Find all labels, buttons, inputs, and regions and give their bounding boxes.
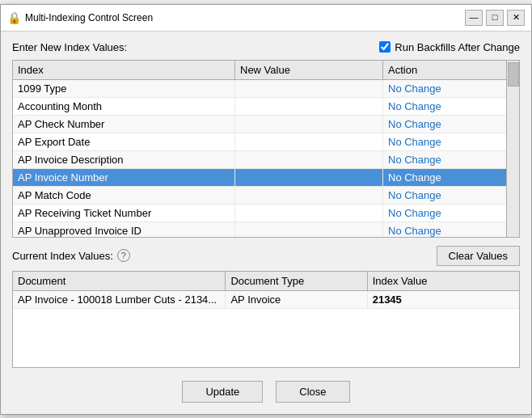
list-item[interactable]: AP Invoice - 100018 Lumber Cuts - 2134..… xyxy=(13,290,519,308)
newvalue-cell xyxy=(235,115,383,133)
clear-values-button[interactable]: Clear Values xyxy=(437,246,520,266)
index-cell: AP Unapproved Invoice ID xyxy=(13,222,235,238)
table-row[interactable]: AP Match Code No Change xyxy=(13,186,506,204)
enter-index-label: Enter New Index Values: xyxy=(12,41,127,53)
current-index-table-header: Document Document Type Index Value xyxy=(13,272,519,291)
index-cell: AP Match Code xyxy=(13,186,235,204)
col-header-indexvalue: Index Value xyxy=(367,272,519,291)
index-table-header: Index New Value Action xyxy=(13,61,506,80)
window-controls: — □ ✕ xyxy=(465,10,525,26)
table-row[interactable]: AP Receiving Ticket Number No Change xyxy=(13,204,506,222)
index-cell: AP Export Date xyxy=(13,133,235,150)
window-title: Multi-Indexing Control Screen xyxy=(25,12,460,23)
newvalue-cell xyxy=(235,150,383,168)
close-button[interactable]: Close xyxy=(276,381,349,403)
table-row[interactable]: AP Check Number No Change xyxy=(13,115,506,133)
newvalue-cell xyxy=(235,133,383,150)
current-index-table-body: AP Invoice - 100018 Lumber Cuts - 2134..… xyxy=(13,290,519,308)
index-table-container: Index New Value Action 1099 Type No Chan… xyxy=(12,60,520,238)
table-row[interactable]: AP Export Date No Change xyxy=(13,133,506,150)
middle-row: Current Index Values: ? Clear Values xyxy=(12,246,520,266)
newvalue-cell xyxy=(235,79,383,97)
run-backfills-label: Run Backfills After Change xyxy=(395,41,520,53)
action-cell: No Change xyxy=(383,168,507,186)
top-row: Enter New Index Values: Run Backfills Af… xyxy=(12,41,520,53)
action-cell: No Change xyxy=(383,79,507,97)
current-index-label-row: Current Index Values: ? xyxy=(12,249,130,262)
window-body: Enter New Index Values: Run Backfills Af… xyxy=(1,32,531,414)
main-window: 🔒 Multi-Indexing Control Screen — □ ✕ En… xyxy=(0,4,532,415)
maximize-button[interactable]: □ xyxy=(486,10,504,26)
table-row[interactable]: AP Invoice Description No Change xyxy=(13,150,506,168)
action-cell: No Change xyxy=(383,186,507,204)
action-cell: No Change xyxy=(383,222,507,238)
current-index-table: Document Document Type Index Value AP In… xyxy=(13,272,519,309)
newvalue-cell xyxy=(235,168,383,186)
action-cell: No Change xyxy=(383,115,507,133)
update-button[interactable]: Update xyxy=(182,381,263,403)
window-icon: 🔒 xyxy=(7,11,20,24)
action-cell: No Change xyxy=(383,150,507,168)
newvalue-cell xyxy=(235,97,383,115)
run-backfills-checkbox[interactable] xyxy=(379,41,391,53)
col-header-document: Document xyxy=(13,272,226,291)
help-icon[interactable]: ? xyxy=(117,249,130,262)
title-bar: 🔒 Multi-Indexing Control Screen — □ ✕ xyxy=(1,5,531,32)
col-header-newvalue: New Value xyxy=(235,61,383,80)
index-cell: AP Receiving Ticket Number xyxy=(13,204,235,222)
index-cell: AP Invoice Number xyxy=(13,168,235,186)
newvalue-cell xyxy=(235,186,383,204)
doctype-cell: AP Invoice xyxy=(226,290,367,308)
minimize-button[interactable]: — xyxy=(465,10,483,26)
index-table-body: 1099 Type No Change Accounting Month No … xyxy=(13,79,506,238)
table-row[interactable]: Accounting Month No Change xyxy=(13,97,506,115)
index-cell: AP Invoice Description xyxy=(13,150,235,168)
close-window-button[interactable]: ✕ xyxy=(507,10,525,26)
col-header-action: Action xyxy=(383,61,507,80)
index-table: Index New Value Action 1099 Type No Chan… xyxy=(13,61,506,238)
index-table-scrollbar[interactable] xyxy=(506,61,519,237)
bottom-actions: Update Close xyxy=(12,381,520,403)
index-cell: AP Check Number xyxy=(13,115,235,133)
newvalue-cell xyxy=(235,204,383,222)
indexvalue-cell: 21345 xyxy=(367,290,519,308)
newvalue-cell xyxy=(235,222,383,238)
action-cell: No Change xyxy=(383,133,507,150)
table-row[interactable]: AP Invoice Number No Change xyxy=(13,168,506,186)
table-row[interactable]: AP Unapproved Invoice ID No Change xyxy=(13,222,506,238)
col-header-index: Index xyxy=(13,61,235,80)
current-index-label: Current Index Values: xyxy=(12,250,113,262)
index-cell: 1099 Type xyxy=(13,79,235,97)
index-cell: Accounting Month xyxy=(13,97,235,115)
run-backfills-row: Run Backfills After Change xyxy=(379,41,520,53)
scrollbar-thumb[interactable] xyxy=(508,62,519,87)
document-cell: AP Invoice - 100018 Lumber Cuts - 2134..… xyxy=(13,290,226,308)
col-header-doctype: Document Type xyxy=(226,272,367,291)
action-cell: No Change xyxy=(383,97,507,115)
current-index-table-container: Document Document Type Index Value AP In… xyxy=(12,271,520,368)
action-cell: No Change xyxy=(383,204,507,222)
table-row[interactable]: 1099 Type No Change xyxy=(13,79,506,97)
